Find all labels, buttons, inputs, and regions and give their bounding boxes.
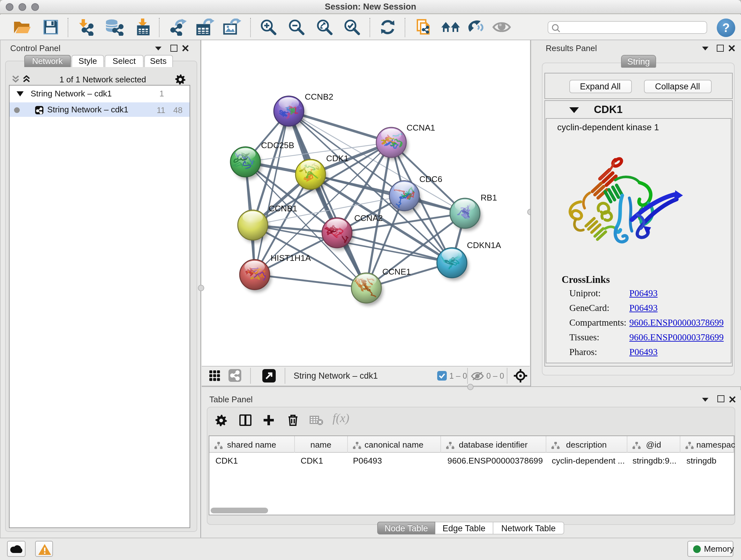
svg-text:CDKN1A: CDKN1A — [467, 240, 501, 250]
svg-text:CCNE1: CCNE1 — [382, 267, 411, 276]
svg-text:CDC25B: CDC25B — [261, 140, 294, 150]
svg-text:CCNA1: CCNA1 — [407, 123, 435, 132]
svg-text:HIST1H1A: HIST1H1A — [271, 253, 311, 263]
svg-text:CDK1: CDK1 — [326, 153, 348, 163]
svg-text:CDC6: CDC6 — [419, 174, 442, 184]
svg-text:RB1: RB1 — [481, 193, 497, 202]
svg-text:CCNB1: CCNB1 — [269, 204, 297, 213]
svg-text:CCNB2: CCNB2 — [305, 92, 333, 102]
svg-text:CCNA2: CCNA2 — [354, 213, 383, 223]
